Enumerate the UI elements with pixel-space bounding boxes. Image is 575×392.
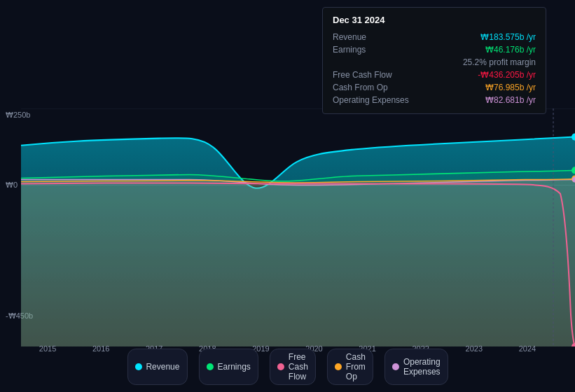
- tooltip-row-profit-margin: 25.2% profit margin: [333, 56, 536, 69]
- y-label-mid: ₩0: [6, 181, 18, 190]
- legend-dot-cashop: [335, 363, 342, 370]
- legend-item-opex[interactable]: Operating Expenses: [385, 349, 448, 385]
- x-label-2015: 2015: [39, 344, 56, 353]
- x-label-2023: 2023: [466, 344, 483, 353]
- tooltip-row-cashop: Cash From Op ₩76.985b /yr: [333, 81, 536, 94]
- tooltip-row-fcf: Free Cash Flow -₩436.205b /yr: [333, 69, 536, 81]
- chart-legend: Revenue Earnings Free Cash Flow Cash Fro…: [127, 349, 448, 385]
- tooltip-value-fcf: -₩436.205b /yr: [478, 70, 536, 80]
- tooltip-value-profit-margin-container: 25.2% profit margin: [463, 57, 536, 67]
- x-label-2024: 2024: [519, 344, 536, 353]
- chart-area: [21, 108, 575, 346]
- tooltip-label-fcf: Free Cash Flow: [333, 70, 417, 80]
- legend-dot-fcf: [277, 363, 284, 370]
- tooltip-row-earnings: Earnings ₩46.176b /yr: [333, 43, 536, 56]
- tooltip-row-opex: Operating Expenses ₩82.681b /yr: [333, 94, 536, 106]
- tooltip-card: Dec 31 2024 Revenue ₩183.575b /yr Earnin…: [322, 7, 546, 114]
- legend-label-opex: Operating Expenses: [403, 357, 441, 377]
- legend-label-earnings: Earnings: [217, 362, 250, 372]
- tooltip-value-opex-container: ₩82.681b /yr: [485, 95, 536, 105]
- tooltip-row-revenue: Revenue ₩183.575b /yr: [333, 31, 536, 43]
- tooltip-title: Dec 31 2024: [333, 15, 536, 25]
- tooltip-value-revenue-container: ₩183.575b /yr: [480, 32, 536, 42]
- legend-dot-earnings: [206, 363, 213, 370]
- cashop-area: [21, 178, 575, 346]
- tooltip-value-profit-margin: 25.2% profit margin: [463, 57, 536, 67]
- tooltip-value-earnings-container: ₩46.176b /yr: [485, 45, 536, 55]
- legend-label-revenue: Revenue: [146, 362, 179, 372]
- tooltip-label-cashop: Cash From Op: [333, 83, 417, 92]
- tooltip-label-earnings: Earnings: [333, 45, 417, 55]
- chart-svg: [21, 108, 575, 346]
- legend-dot-opex: [392, 363, 399, 370]
- tooltip-value-revenue: ₩183.575b /yr: [480, 32, 536, 42]
- legend-label-cashop: Cash From Op: [346, 352, 366, 382]
- chart-container: Dec 31 2024 Revenue ₩183.575b /yr Earnin…: [0, 0, 575, 392]
- legend-label-fcf: Free Cash Flow: [289, 352, 308, 382]
- legend-dot-revenue: [134, 363, 141, 370]
- tooltip-label-revenue: Revenue: [333, 32, 417, 42]
- tooltip-label-opex: Operating Expenses: [333, 95, 417, 105]
- tooltip-value-earnings: ₩46.176b /yr: [485, 45, 536, 55]
- tooltip-value-cashop-container: ₩76.985b /yr: [485, 83, 536, 92]
- x-label-2016: 2016: [92, 344, 109, 353]
- tooltip-value-cashop: ₩76.985b /yr: [485, 83, 536, 92]
- legend-item-fcf[interactable]: Free Cash Flow: [270, 349, 316, 385]
- legend-item-cashop[interactable]: Cash From Op: [327, 349, 373, 385]
- legend-item-revenue[interactable]: Revenue: [127, 349, 187, 385]
- tooltip-value-opex: ₩82.681b /yr: [485, 95, 536, 105]
- legend-item-earnings[interactable]: Earnings: [198, 349, 258, 385]
- tooltip-value-fcf-container: -₩436.205b /yr: [478, 70, 536, 80]
